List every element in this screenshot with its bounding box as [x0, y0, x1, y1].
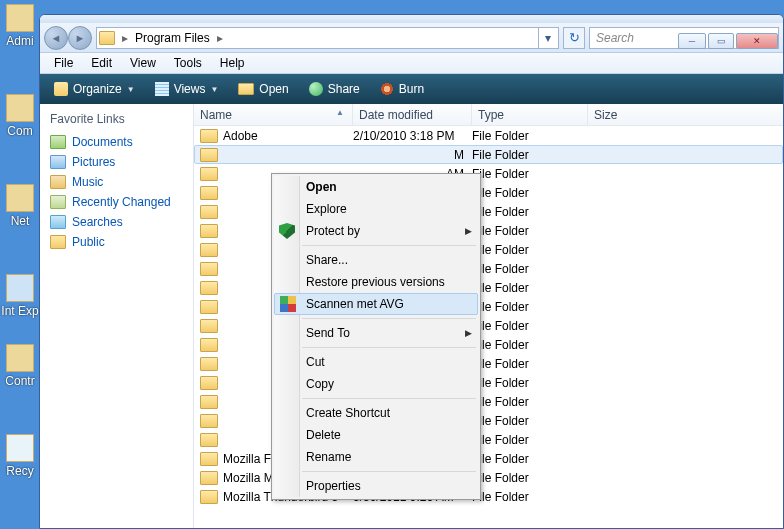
- sidebar-item-recently-changed[interactable]: Recently Changed: [50, 192, 183, 212]
- sidebar-item-pictures[interactable]: Pictures: [50, 152, 183, 172]
- menu-view[interactable]: View: [122, 54, 164, 72]
- folder-icon: [200, 433, 218, 447]
- ctx-cut[interactable]: Cut: [274, 351, 478, 373]
- sidebar-item-documents[interactable]: Documents: [50, 132, 183, 152]
- file-type: File Folder: [472, 224, 588, 238]
- address-dropdown[interactable]: ▾: [538, 27, 556, 49]
- ctx-scan-avg[interactable]: Scannen met AVG: [274, 293, 478, 315]
- file-type: File Folder: [472, 433, 588, 447]
- file-type: File Folder: [472, 452, 588, 466]
- nav-forward-button[interactable]: ►: [68, 26, 92, 50]
- ctx-copy[interactable]: Copy: [274, 373, 478, 395]
- context-menu: Open Explore Protect by▶ Share... Restor…: [271, 173, 481, 500]
- menu-help[interactable]: Help: [212, 54, 253, 72]
- file-type: File Folder: [472, 471, 588, 485]
- ctx-explore[interactable]: Explore: [274, 198, 478, 220]
- file-type: File Folder: [472, 300, 588, 314]
- file-type: File Folder: [472, 167, 588, 181]
- folder-icon: [200, 490, 218, 504]
- sidebar-item-music[interactable]: Music: [50, 172, 183, 192]
- file-type: File Folder: [472, 490, 588, 504]
- ctx-share[interactable]: Share...: [274, 249, 478, 271]
- folder-icon: [200, 148, 218, 162]
- share-button[interactable]: Share: [301, 79, 368, 99]
- desktop-icon-label: Com: [7, 124, 32, 138]
- column-header-name[interactable]: Name▲: [194, 104, 353, 125]
- desktop-icon-label: Contr: [5, 374, 34, 388]
- burn-icon: [380, 82, 394, 96]
- desktop-icon-label: Admi: [6, 34, 33, 48]
- views-icon: [155, 82, 169, 96]
- folder-icon: [200, 262, 218, 276]
- submenu-arrow-icon: ▶: [465, 328, 472, 338]
- breadcrumb-separator[interactable]: ▸: [214, 31, 226, 45]
- file-type: File Folder: [472, 148, 588, 162]
- folder-icon: [200, 186, 218, 200]
- ctx-rename[interactable]: Rename: [274, 446, 478, 468]
- file-type: File Folder: [472, 414, 588, 428]
- table-row[interactable]: Adobe2/10/2010 3:18 PMFile Folder: [194, 126, 783, 145]
- search-folder-icon: [50, 215, 66, 229]
- documents-icon: [50, 135, 66, 149]
- organize-icon: [54, 82, 68, 96]
- public-icon: [50, 235, 66, 249]
- ctx-properties[interactable]: Properties: [274, 475, 478, 497]
- submenu-arrow-icon: ▶: [465, 226, 472, 236]
- minimize-button[interactable]: ─: [678, 33, 706, 49]
- file-type: File Folder: [472, 243, 588, 257]
- breadcrumb[interactable]: ▸ Program Files ▸ ▾: [96, 27, 559, 49]
- file-type: File Folder: [472, 129, 588, 143]
- close-button[interactable]: ✕: [736, 33, 778, 49]
- column-header-size[interactable]: Size: [588, 104, 783, 125]
- menu-file[interactable]: File: [46, 54, 81, 72]
- file-type: File Folder: [472, 262, 588, 276]
- file-type: File Folder: [472, 281, 588, 295]
- breadcrumb-separator[interactable]: ▸: [119, 31, 131, 45]
- file-type: File Folder: [472, 338, 588, 352]
- explorer-window: ─ ▭ ✕ ◄ ► ▸ Program Files ▸ ▾ ↻ Search F…: [39, 14, 784, 529]
- sidebar-item-searches[interactable]: Searches: [50, 212, 183, 232]
- views-button[interactable]: Views▼: [147, 79, 227, 99]
- organize-button[interactable]: Organize▼: [46, 79, 143, 99]
- open-button[interactable]: Open: [230, 79, 296, 99]
- folder-icon: [200, 471, 218, 485]
- file-date: 2/10/2010 3:18 PM: [353, 129, 472, 143]
- menu-edit[interactable]: Edit: [83, 54, 120, 72]
- pictures-icon: [50, 155, 66, 169]
- folder-icon: [200, 414, 218, 428]
- column-header-type[interactable]: Type: [472, 104, 588, 125]
- folder-icon: [200, 129, 218, 143]
- refresh-button[interactable]: ↻: [563, 27, 585, 49]
- desktop-icon-label: Int Exp: [1, 304, 38, 318]
- folder-icon: [200, 319, 218, 333]
- nav-back-button[interactable]: ◄: [44, 26, 68, 50]
- ctx-open[interactable]: Open: [274, 176, 478, 198]
- sidebar-item-public[interactable]: Public: [50, 232, 183, 252]
- burn-button[interactable]: Burn: [372, 79, 432, 99]
- ctx-send-to[interactable]: Send To▶: [274, 322, 478, 344]
- folder-icon: [99, 31, 115, 45]
- file-type: File Folder: [472, 186, 588, 200]
- ctx-delete[interactable]: Delete: [274, 424, 478, 446]
- desktop-icon-label: Net: [11, 214, 30, 228]
- ctx-create-shortcut[interactable]: Create Shortcut: [274, 402, 478, 424]
- folder-icon: [200, 338, 218, 352]
- folder-icon: [200, 357, 218, 371]
- file-date: M: [353, 148, 472, 162]
- breadcrumb-segment[interactable]: Program Files: [131, 28, 214, 48]
- desktop-icon-label: Recy: [6, 464, 33, 478]
- share-icon: [309, 82, 323, 96]
- recent-icon: [50, 195, 66, 209]
- sort-asc-icon: ▲: [336, 108, 344, 117]
- menu-bar: File Edit View Tools Help: [40, 53, 783, 74]
- ctx-protect-by[interactable]: Protect by▶: [274, 220, 478, 242]
- column-header-date[interactable]: Date modified: [353, 104, 472, 125]
- table-row[interactable]: MFile Folder: [194, 145, 783, 164]
- file-type: File Folder: [472, 319, 588, 333]
- maximize-button[interactable]: ▭: [708, 33, 734, 49]
- ctx-restore-previous[interactable]: Restore previous versions: [274, 271, 478, 293]
- toolbar: Organize▼ Views▼ Open Share Burn: [40, 74, 783, 104]
- music-icon: [50, 175, 66, 189]
- file-type: File Folder: [472, 205, 588, 219]
- menu-tools[interactable]: Tools: [166, 54, 210, 72]
